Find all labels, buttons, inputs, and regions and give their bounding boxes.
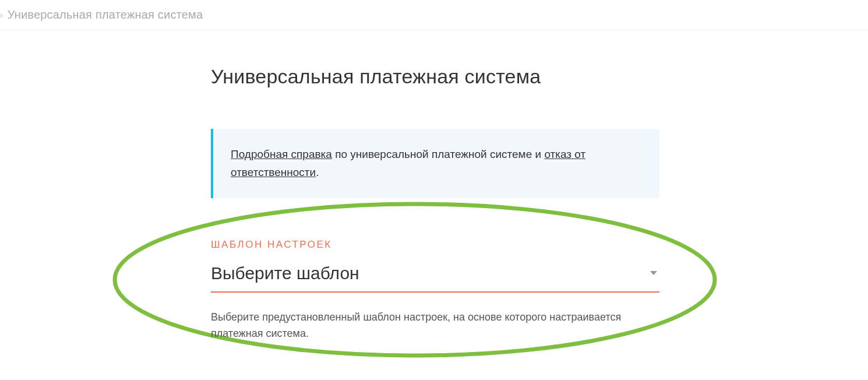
template-field-label: ШАБЛОН НАСТРОЕК (211, 239, 659, 251)
breadcrumb: › Универсальная платежная система (0, 0, 868, 30)
info-end: . (316, 166, 319, 178)
page-title: Универсальная платежная система (211, 65, 659, 88)
chevron-down-icon (650, 271, 657, 275)
template-field-help: Выберите предустановленный шаблон настро… (211, 309, 648, 343)
template-select[interactable]: Выберите шаблон (211, 263, 659, 293)
template-select-placeholder: Выберите шаблон (211, 263, 359, 283)
detailed-help-link[interactable]: Подробная справка (231, 148, 332, 160)
info-text: Подробная справка по универсальной плате… (231, 145, 642, 182)
info-box: Подробная справка по универсальной плате… (211, 129, 659, 198)
breadcrumb-arrow-icon: › (0, 11, 3, 19)
breadcrumb-current[interactable]: Универсальная платежная система (8, 8, 203, 22)
template-field-section: ШАБЛОН НАСТРОЕК Выберите шаблон Выберите… (211, 239, 659, 343)
info-middle: по универсальной платежной системе и (332, 148, 545, 160)
main-content: Универсальная платежная система Подробна… (211, 30, 659, 342)
